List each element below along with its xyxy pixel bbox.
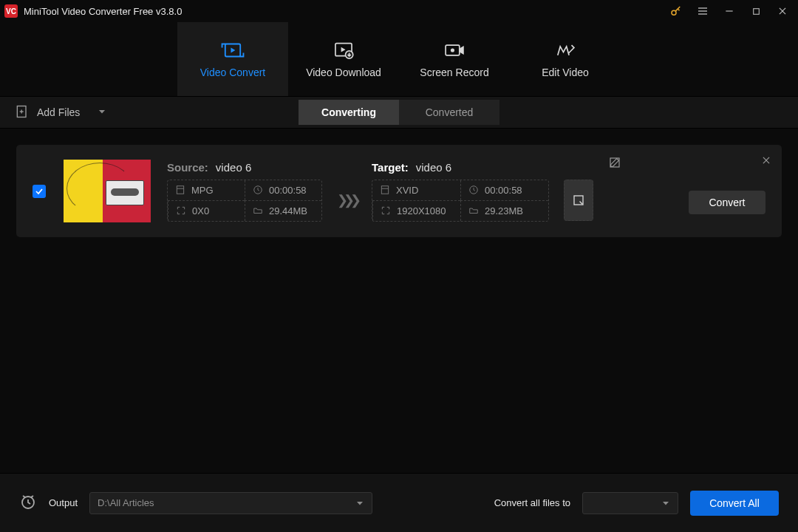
tab-edit-video[interactable]: Edit Video bbox=[510, 22, 621, 96]
file-list: Source: video 6 MPG 00:00:58 0X0 bbox=[0, 129, 798, 253]
add-files-button[interactable]: Add Files bbox=[15, 104, 106, 121]
target-spec: Target: video 6 XVID 00:00:58 1920X1080 bbox=[372, 161, 593, 222]
source-resolution-cell: 0X0 bbox=[168, 200, 245, 221]
svg-marker-31 bbox=[357, 502, 363, 505]
target-filename: video 6 bbox=[416, 161, 451, 174]
tab-label: Video Convert bbox=[200, 66, 265, 78]
output-label: Output bbox=[49, 497, 78, 508]
svg-marker-14 bbox=[460, 46, 464, 55]
target-duration-cell: 00:00:58 bbox=[460, 180, 548, 200]
svg-marker-32 bbox=[663, 502, 669, 505]
filesize-icon bbox=[253, 205, 263, 216]
clock-icon bbox=[253, 185, 263, 195]
svg-rect-5 bbox=[753, 8, 759, 14]
svg-marker-11 bbox=[341, 47, 346, 52]
record-icon bbox=[442, 40, 467, 61]
output-path-select[interactable]: D:\All Articles bbox=[89, 492, 372, 514]
add-file-icon bbox=[15, 104, 30, 121]
output-path-value: D:\All Articles bbox=[98, 497, 348, 508]
format-icon bbox=[380, 185, 390, 195]
tab-video-download[interactable]: Video Download bbox=[288, 22, 399, 96]
tab-video-convert[interactable]: Video Convert bbox=[177, 22, 288, 96]
svg-marker-9 bbox=[231, 48, 235, 53]
target-size-cell: 29.23MB bbox=[460, 200, 548, 221]
file-item: Source: video 6 MPG 00:00:58 0X0 bbox=[16, 145, 782, 237]
source-filename: video 6 bbox=[216, 161, 251, 174]
convert-all-button[interactable]: Convert All bbox=[690, 491, 779, 516]
title-bar: VC MiniTool Video Converter Free v3.8.0 bbox=[0, 0, 798, 22]
key-icon[interactable] bbox=[669, 4, 683, 18]
tab-converting[interactable]: Converting bbox=[299, 100, 399, 125]
svg-marker-19 bbox=[99, 110, 105, 114]
chevron-down-icon bbox=[98, 106, 106, 118]
close-icon[interactable] bbox=[776, 4, 789, 18]
convert-button[interactable]: Convert bbox=[689, 191, 765, 214]
resolution-icon bbox=[381, 205, 391, 216]
svg-rect-20 bbox=[177, 186, 183, 194]
add-files-label: Add Files bbox=[37, 106, 80, 118]
expand-icon bbox=[572, 194, 585, 207]
svg-point-15 bbox=[451, 48, 454, 52]
svg-rect-23 bbox=[381, 186, 388, 194]
feature-tabs: Video Convert Video Download Screen Reco… bbox=[0, 22, 798, 96]
target-format-cell: XVID bbox=[372, 180, 460, 200]
source-label: Source: bbox=[167, 161, 208, 174]
source-format-cell: MPG bbox=[168, 180, 245, 200]
minimize-icon[interactable] bbox=[723, 4, 736, 18]
arrows-icon: ❯❯❯ bbox=[337, 192, 357, 208]
file-thumbnail bbox=[64, 160, 151, 222]
menu-icon[interactable] bbox=[696, 4, 709, 18]
tab-label: Edit Video bbox=[542, 66, 589, 78]
chevron-down-icon bbox=[355, 499, 364, 508]
resolution-icon bbox=[176, 205, 186, 216]
footer: Output D:\All Articles Convert all files… bbox=[0, 473, 798, 532]
chevron-down-icon bbox=[661, 499, 670, 508]
edit-video-icon bbox=[553, 40, 578, 61]
preview-button[interactable] bbox=[564, 180, 593, 221]
filesize-icon bbox=[468, 205, 479, 216]
tab-label: Video Download bbox=[306, 66, 381, 78]
format-icon bbox=[175, 185, 185, 195]
edit-target-icon[interactable] bbox=[609, 157, 621, 171]
convert-all-label: Convert all files to bbox=[494, 497, 570, 508]
download-icon bbox=[331, 40, 356, 61]
toolbar: Add Files Converting Converted bbox=[0, 96, 798, 129]
source-duration-cell: 00:00:58 bbox=[245, 180, 321, 200]
app-title: MiniTool Video Converter Free v3.8.0 bbox=[24, 6, 182, 17]
tab-converted[interactable]: Converted bbox=[399, 100, 499, 125]
file-checkbox[interactable] bbox=[33, 185, 46, 198]
status-tabs: Converting Converted bbox=[299, 100, 499, 125]
target-resolution-cell: 1920X1080 bbox=[372, 200, 460, 221]
source-size-cell: 29.44MB bbox=[245, 200, 321, 221]
scheduler-icon[interactable] bbox=[19, 493, 37, 513]
app-logo: VC bbox=[4, 4, 18, 18]
clock-icon bbox=[468, 185, 479, 195]
convert-icon bbox=[220, 40, 245, 61]
source-spec: Source: video 6 MPG 00:00:58 0X0 bbox=[167, 161, 322, 222]
maximize-icon[interactable] bbox=[749, 4, 763, 18]
target-format-select[interactable] bbox=[582, 492, 678, 514]
remove-file-icon[interactable] bbox=[761, 155, 771, 168]
target-label: Target: bbox=[372, 161, 409, 174]
tab-screen-record[interactable]: Screen Record bbox=[399, 22, 510, 96]
tab-label: Screen Record bbox=[420, 66, 488, 78]
